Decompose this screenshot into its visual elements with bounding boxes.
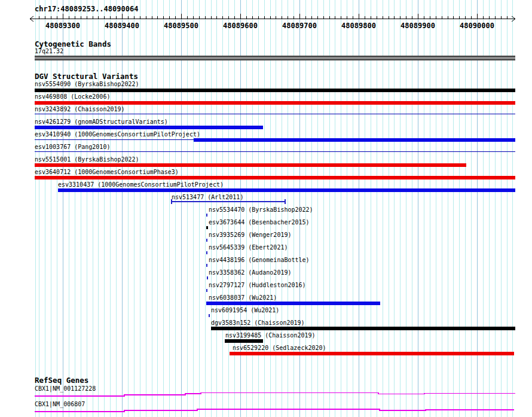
variant-ibeam-line[interactable] [171, 201, 286, 202]
track-header-refseq: RefSeq Genes [35, 376, 88, 384]
variant-tick[interactable] [206, 214, 207, 217]
variant-label[interactable]: nsv3243892 (Chaisson2019) [35, 106, 125, 113]
variant-label[interactable]: nsv2797127 (Huddleston2016) [209, 282, 306, 289]
variant-tick[interactable] [206, 264, 207, 267]
variant-bar[interactable] [35, 89, 515, 92]
variant-label[interactable]: nsv5534470 (ByrskaBishop2022) [209, 206, 313, 214]
variant-label[interactable]: esv3310437 (1000GenomesConsortiumPilotPr… [58, 181, 224, 188]
variant-label[interactable]: nsv5554090 (ByrskaBishop2022) [35, 81, 139, 88]
variant-tick[interactable] [206, 239, 207, 242]
variant-label[interactable]: nsv6038037 (Wu2021) [209, 294, 277, 302]
ruler-tick-label: 48089800 [341, 22, 376, 30]
genome-browser-panel: chr17:48089253..48090064 Cytogenetic Ban… [0, 0, 532, 417]
ruler-tick-label: 48089400 [105, 22, 139, 30]
variant-label[interactable]: nsv3199485 (Chaisson2019) [225, 332, 316, 339]
variant-label[interactable]: esv1003767 (Pang2010) [35, 144, 110, 151]
cytoband-label[interactable]: 17q21.32 [35, 48, 63, 55]
variant-label[interactable]: nsv6091954 (Wu2021) [211, 307, 279, 314]
track-header-dgv: DGV Structural Variants [35, 72, 138, 80]
variant-bar[interactable] [225, 339, 263, 343]
ruler-tick-label: 48089600 [223, 22, 258, 30]
ruler-tick-label: 48089500 [164, 22, 198, 30]
variant-lead-line[interactable] [35, 139, 194, 140]
gene-label[interactable]: CBX1|NM_001127228 [35, 385, 96, 392]
region-title: chr17:48089253..48090064 [35, 5, 138, 13]
variant-label[interactable]: esv3640712 (1000GenomesConsortiumPhase3) [35, 169, 179, 176]
variant-label[interactable]: esv3673644 (Besenbacher2015) [209, 219, 310, 226]
variant-tick[interactable] [206, 251, 207, 254]
variant-ibeam-cap-right[interactable] [285, 199, 286, 204]
variant-bar[interactable] [35, 163, 466, 167]
variant-label[interactable]: nsv6529220 (Sedlazeck2020) [233, 345, 326, 352]
variant-label[interactable]: nsv5645339 (Ebert2021) [209, 244, 288, 251]
variant-label[interactable]: nsv3935269 (Wenger2019) [209, 232, 291, 239]
variant-bar[interactable] [35, 176, 515, 179]
variant-label[interactable]: nsv469808 (Locke2006) [35, 93, 110, 101]
variant-bar[interactable] [58, 188, 515, 192]
variant-label[interactable]: nsv3358362 (Audano2019) [209, 269, 291, 276]
variant-label[interactable]: nsv4261279 (gnomADStructuralVariants) [35, 118, 168, 126]
variant-line[interactable] [35, 151, 515, 152]
cytoband-bar[interactable] [35, 56, 515, 60]
gene-label[interactable]: CBX1|NM_006807 [35, 401, 85, 408]
variant-bar[interactable] [194, 138, 515, 142]
variant-bar[interactable] [230, 352, 514, 355]
ruler-tick-label: 48089700 [282, 22, 317, 30]
gene-intron-line[interactable] [35, 393, 515, 397]
variant-line[interactable] [35, 114, 515, 114]
variant-tick[interactable] [206, 226, 208, 229]
variant-bar[interactable] [35, 126, 263, 129]
variant-label[interactable]: nsv5515001 (ByrskaBishop2022) [35, 156, 139, 163]
variant-ibeam-cap-left[interactable] [171, 199, 172, 204]
variant-label[interactable]: nsv4438196 (GenomeinaBottle) [209, 257, 310, 264]
variant-label[interactable]: esv3410940 (1000GenomesConsortiumPilotPr… [35, 131, 200, 138]
ruler-tick-label: 48089900 [400, 22, 435, 30]
variant-label[interactable]: nsv513477 (Arlt2011) [172, 194, 243, 201]
variant-tick[interactable] [209, 314, 210, 317]
variant-label[interactable]: dgv3583n152 (Chaisson2019) [211, 319, 305, 327]
variant-bar[interactable] [206, 302, 380, 305]
track-header-cytobands: Cytogenetic Bands [35, 40, 111, 48]
variant-bar[interactable] [35, 101, 515, 105]
ruler-tick-label: 48089300 [45, 22, 80, 30]
variant-bar[interactable] [211, 327, 515, 330]
variant-tick[interactable] [207, 276, 208, 279]
ruler-tick-label: 48090000 [460, 22, 494, 30]
variant-tick[interactable] [206, 289, 207, 292]
